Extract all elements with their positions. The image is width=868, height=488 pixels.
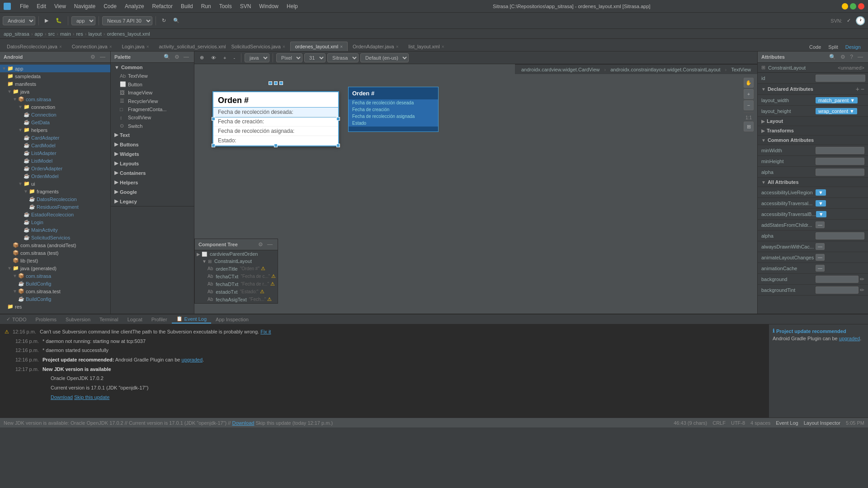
declared-remove-btn[interactable]: −	[861, 85, 864, 93]
comp-tree-minimize[interactable]: —	[266, 241, 274, 248]
blueprint-preview[interactable]: Orden # Fecha de recolección deseada Fec…	[348, 87, 439, 132]
project-collapse-btn[interactable]: —	[99, 53, 107, 61]
pixel-select[interactable]: Pixel	[276, 53, 302, 62]
tree-item-helpers[interactable]: ▼ 📁 helpers	[0, 126, 110, 134]
ct-fechaAsigText[interactable]: Ab fechaAsigText "Fech..." ⚠	[195, 296, 278, 303]
tree-item-gen-test[interactable]: ▼ 📦 com.sitrasa.test	[0, 287, 110, 295]
palette-cat-helpers-header[interactable]: ▶ Helpers	[111, 178, 194, 187]
attr-section-common-header[interactable]: ▼ Common Attributes	[758, 136, 868, 145]
menu-svn[interactable]: SVN	[236, 2, 255, 10]
menu-navigate[interactable]: Navigate	[71, 2, 99, 10]
upgraded-link-2[interactable]: upgraded	[839, 336, 860, 341]
palette-item-imageview[interactable]: 🖼 ImageView	[111, 89, 194, 97]
card-row-fecha-creacion[interactable]: Fecha de creación:	[213, 117, 338, 127]
palette-cat-widgets-header[interactable]: ▶ Widgets	[111, 149, 194, 159]
attr-alpha-common-input[interactable]	[816, 169, 864, 176]
event-log-status[interactable]: Event Log	[776, 420, 798, 426]
tree-item-DatosRecoleccion[interactable]: ☕ DatosRecoleccion	[0, 195, 110, 203]
attr-animatelayout-clear[interactable]: —	[816, 254, 825, 261]
tab-ordenes-close[interactable]: ×	[340, 44, 343, 49]
palette-cat-layouts-header[interactable]: ▶ Layouts	[111, 159, 194, 168]
attr-backgroundtint-input[interactable]	[816, 286, 859, 294]
tree-item-ListModel[interactable]: ☕ ListModel	[0, 157, 110, 164]
attr-id-input[interactable]	[816, 75, 865, 82]
bottom-tab-profiler[interactable]: Profiler	[147, 316, 172, 323]
app-config-selector[interactable]: app	[71, 16, 95, 25]
status-download-link[interactable]: Download	[232, 420, 254, 426]
attr-help-btn[interactable]: ?	[849, 53, 854, 61]
breadcrumb-res[interactable]: res	[76, 31, 83, 37]
menu-view[interactable]: View	[51, 2, 70, 10]
tree-item-manifests[interactable]: 📁 manifests	[0, 80, 110, 88]
palette-item-button[interactable]: ⬜ Button	[111, 80, 194, 89]
tab-ordenes-layout[interactable]: ordenes_layout.xml ×	[290, 42, 348, 51]
tree-item-res[interactable]: 📁 res	[0, 303, 110, 310]
tree-item-GetData[interactable]: ☕ GetData	[0, 118, 110, 126]
ct-estadoTxt[interactable]: Ab estadoTxt "Estado:" ⚠	[195, 288, 278, 296]
attr-section-transforms-header[interactable]: ▶ Transforms	[758, 126, 868, 136]
tree-item-CardModel[interactable]: ☕ CardModel	[0, 141, 110, 149]
attr-minimize-btn[interactable]: —	[856, 53, 864, 61]
handle-top-center[interactable]	[274, 81, 278, 85]
card-row-fecha-asignada[interactable]: Fecha de recolección asignada:	[213, 127, 338, 136]
attr-background-input[interactable]	[816, 276, 859, 283]
menu-file[interactable]: File	[16, 2, 32, 10]
theme-select[interactable]: Sitrasa	[327, 53, 359, 62]
bottom-tab-terminal[interactable]: Terminal	[95, 316, 123, 323]
palette-item-switch[interactable]: ⊙ Switch	[111, 122, 194, 130]
ct-cardview[interactable]: ▶ ⬜ cardviewParentOrden	[195, 250, 278, 258]
menu-edit[interactable]: Edit	[33, 2, 50, 10]
attr-alpha-all-input[interactable]	[816, 232, 864, 239]
upgraded-link-1[interactable]: upgraded	[182, 357, 203, 362]
maximize-button[interactable]	[850, 3, 856, 9]
breadcrumb-main[interactable]: main	[60, 31, 71, 37]
bottom-tab-app-inspection[interactable]: App Inspection	[211, 316, 253, 323]
run-button[interactable]: ▶	[42, 16, 51, 25]
tree-item-OrdenModel[interactable]: ☕ OrdenModel	[0, 172, 110, 180]
cb-textview[interactable]: TextView	[728, 66, 754, 73]
palette-item-scrollview[interactable]: ↕ ScrollView	[111, 113, 194, 122]
handle-bl[interactable]	[212, 144, 215, 147]
design-mode-button[interactable]: Design	[843, 43, 863, 51]
palette-item-textview[interactable]: Ab TextView	[111, 72, 194, 80]
bp-row-2[interactable]: Fecha de recolección asignada	[349, 113, 438, 120]
cb-cardview[interactable]: androidx.cardview.widget.CardView	[519, 66, 602, 73]
minimize-button[interactable]	[842, 3, 848, 9]
palette-item-recyclerview[interactable]: ☰ RecyclerView	[111, 97, 194, 105]
zoom-out-btn[interactable]: −	[744, 100, 754, 110]
attr-animationcache-clear[interactable]: —	[816, 265, 825, 272]
menu-help[interactable]: Help	[283, 2, 302, 10]
menu-tools[interactable]: Tools	[216, 2, 236, 10]
palette-cat-google-header[interactable]: ▶ Google	[111, 187, 194, 197]
attr-search-btn[interactable]: 🔍	[828, 53, 837, 61]
attr-section-all-header[interactable]: ▼ All Attributes	[758, 178, 868, 187]
breadcrumb-layout[interactable]: layout	[88, 31, 101, 37]
palette-cat-containers-header[interactable]: ▶ Containers	[111, 168, 194, 178]
attr-addstates-clear[interactable]: —	[816, 221, 825, 228]
breadcrumb-app-sitrasa[interactable]: app_sitrasa	[4, 31, 29, 37]
bottom-tab-subversion[interactable]: Subversion	[61, 316, 95, 323]
palette-cat-buttons-header[interactable]: ▶ Buttons	[111, 140, 194, 149]
handle-top-left[interactable]	[269, 81, 272, 85]
tab-list-layout[interactable]: list_layout.xml ×	[404, 42, 449, 51]
code-mode-button[interactable]: Code	[807, 43, 824, 51]
breadcrumb-src[interactable]: src	[48, 31, 55, 37]
ct-fechaCTxt[interactable]: Ab fechaCTxt "Fecha de c..." ⚠	[195, 272, 278, 280]
ct-constraintlayout[interactable]: ▼ ⊞ ConstraintLayout	[195, 258, 278, 265]
zoom-out-editor[interactable]: -	[231, 54, 238, 62]
tab-connection[interactable]: Connection.java ×	[67, 42, 117, 51]
tab-list-close[interactable]: ×	[442, 44, 444, 49]
zoom-in-btn[interactable]: +	[744, 89, 754, 99]
declared-add-btn[interactable]: +	[856, 85, 859, 93]
bp-row-3[interactable]: Estado	[349, 120, 438, 127]
tree-item-java-generated[interactable]: ▼ 📁 java (generated)	[0, 264, 110, 272]
attr-minheight-input[interactable]	[816, 158, 864, 165]
tree-item-com-sitrasa[interactable]: ▼ 📦 com.sitrasa	[0, 95, 110, 103]
tree-item-ui[interactable]: ▼ 📁 ui	[0, 180, 110, 188]
attr-section-layout-header[interactable]: ▶ Layout	[758, 117, 868, 126]
bp-row-0[interactable]: Fecha de recolección deseada	[349, 99, 438, 106]
palette-cat-text-header[interactable]: ▶ Text	[111, 130, 194, 140]
menu-window[interactable]: Window	[255, 2, 282, 10]
bottom-tab-problems[interactable]: Problems	[31, 316, 61, 323]
tree-item-com-sitrasa-android[interactable]: 📦 com.sitrasa (androidTest)	[0, 241, 110, 249]
